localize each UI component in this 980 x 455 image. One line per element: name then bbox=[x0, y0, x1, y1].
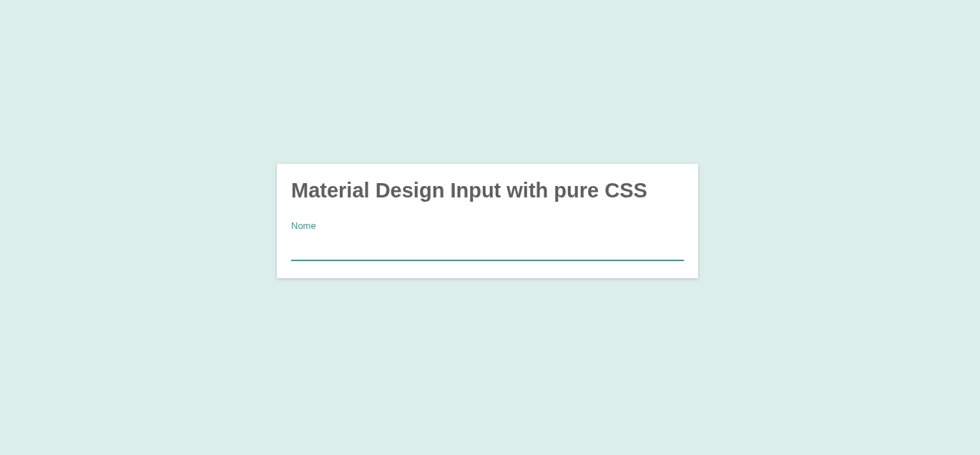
page-title: Material Design Input with pure CSS bbox=[291, 178, 684, 203]
form-card: Material Design Input with pure CSS Nome bbox=[277, 164, 698, 278]
input-nome[interactable] bbox=[291, 238, 684, 261]
label-nome: Nome bbox=[291, 220, 684, 231]
input-group-nome: Nome bbox=[291, 220, 684, 261]
